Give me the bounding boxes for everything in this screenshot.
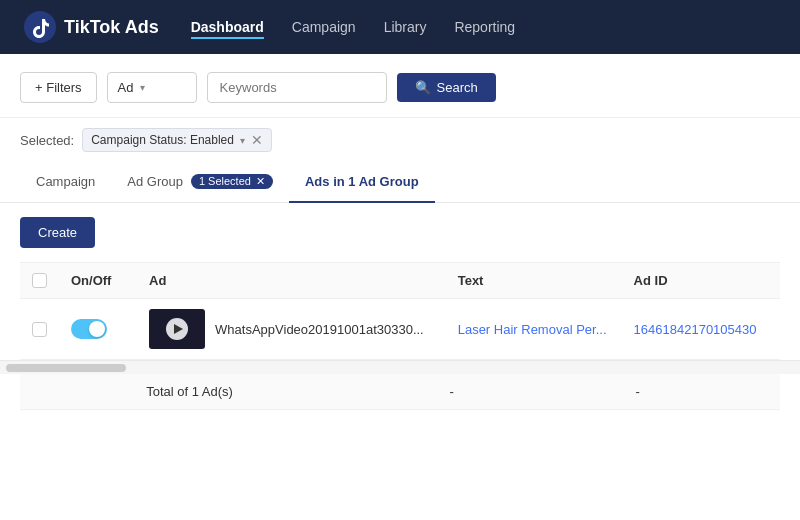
row-toggle-cell xyxy=(59,299,137,360)
header-adid: Ad ID xyxy=(622,263,780,299)
horizontal-scrollbar[interactable] xyxy=(0,360,800,374)
ads-table: On/Off Ad Text Ad ID xyxy=(20,262,780,360)
nav-reporting[interactable]: Reporting xyxy=(454,15,515,39)
tab-campaign-label: Campaign xyxy=(36,174,95,189)
dropdown-chevron-icon: ▾ xyxy=(140,82,145,93)
filter-dropdown[interactable]: Ad ▾ xyxy=(107,72,197,103)
total-table: Total of 1 Ad(s) - - xyxy=(20,374,780,410)
nav-library[interactable]: Library xyxy=(384,15,427,39)
row-checkbox[interactable] xyxy=(32,322,47,337)
tag-close-icon[interactable]: ✕ xyxy=(251,133,263,147)
table-area: Create On/Off Ad Text Ad ID xyxy=(0,203,800,360)
filter-bar: + Filters Ad ▾ 🔍 Search xyxy=(0,54,800,118)
tag-chevron-icon[interactable]: ▾ xyxy=(240,135,245,146)
table-row: WhatsAppVideo20191001at30330... Laser Ha… xyxy=(20,299,780,360)
nav-links: Dashboard Campaign Library Reporting xyxy=(191,15,515,39)
total-area: Total of 1 Ad(s) - - xyxy=(0,374,800,410)
search-button[interactable]: 🔍 Search xyxy=(397,73,496,102)
row-checkbox-cell xyxy=(20,299,59,360)
create-button[interactable]: Create xyxy=(20,217,95,248)
selected-filters-row: Selected: Campaign Status: Enabled ▾ ✕ xyxy=(0,118,800,162)
keywords-input[interactable] xyxy=(207,72,387,103)
tiktok-icon xyxy=(24,11,56,43)
tab-ads-label: Ads in 1 Ad Group xyxy=(305,174,419,189)
dropdown-selected: Ad xyxy=(118,80,134,95)
filter-tag: Campaign Status: Enabled ▾ ✕ xyxy=(82,128,272,152)
tab-adgroup-label: Ad Group xyxy=(127,174,183,189)
tab-adgroup[interactable]: Ad Group 1 Selected ✕ xyxy=(111,162,289,203)
search-icon: 🔍 xyxy=(415,80,431,95)
header-text: Text xyxy=(446,263,622,299)
total-text-dash: - xyxy=(438,374,624,410)
search-label: Search xyxy=(437,80,478,95)
nav-dashboard[interactable]: Dashboard xyxy=(191,15,264,39)
total-label: Total of 1 Ad(s) xyxy=(146,384,233,399)
total-onoff-spacer xyxy=(56,374,135,410)
selected-label: Selected: xyxy=(20,133,74,148)
ad-name: WhatsAppVideo20191001at30330... xyxy=(215,322,424,337)
nav-campaign[interactable]: Campaign xyxy=(292,15,356,39)
ad-id: 16461842170105430 xyxy=(634,322,757,337)
ad-thumbnail xyxy=(149,309,205,349)
brand-logo: TikTok Ads xyxy=(24,11,159,43)
header-onoff: On/Off xyxy=(59,263,137,299)
header-checkbox[interactable] xyxy=(32,273,47,288)
total-checkbox-spacer xyxy=(20,374,56,410)
ad-text: Laser Hair Removal Per... xyxy=(458,322,607,337)
tab-ads[interactable]: Ads in 1 Ad Group xyxy=(289,162,435,203)
tab-campaign[interactable]: Campaign xyxy=(20,162,111,203)
total-adid-dash: - xyxy=(623,374,780,410)
tabs-container: Campaign Ad Group 1 Selected ✕ Ads in 1 … xyxy=(0,162,800,203)
table-header-row: On/Off Ad Text Ad ID xyxy=(20,263,780,299)
play-button-icon xyxy=(166,318,188,340)
filters-button[interactable]: + Filters xyxy=(20,72,97,103)
total-label-cell: Total of 1 Ad(s) xyxy=(134,374,437,410)
play-triangle-icon xyxy=(174,324,183,334)
row-adid-cell: 16461842170105430 xyxy=(622,299,780,360)
tab-adgroup-badge: 1 Selected ✕ xyxy=(191,174,273,189)
brand-name: TikTok Ads xyxy=(64,17,159,38)
tab-adgroup-badge-close[interactable]: ✕ xyxy=(256,175,265,187)
ad-toggle[interactable] xyxy=(71,319,107,339)
main-content: + Filters Ad ▾ 🔍 Search Selected: Campai… xyxy=(0,54,800,520)
row-text-cell: Laser Hair Removal Per... xyxy=(446,299,622,360)
table-body: WhatsAppVideo20191001at30330... Laser Ha… xyxy=(20,299,780,360)
row-ad-cell: WhatsAppVideo20191001at30330... xyxy=(137,299,446,360)
ad-cell-content: WhatsAppVideo20191001at30330... xyxy=(149,309,434,349)
tag-text: Campaign Status: Enabled xyxy=(91,133,234,147)
header-ad: Ad xyxy=(137,263,446,299)
total-row: Total of 1 Ad(s) - - xyxy=(20,374,780,410)
header-checkbox-col xyxy=(20,263,59,299)
navbar: TikTok Ads Dashboard Campaign Library Re… xyxy=(0,0,800,54)
scroll-thumb[interactable] xyxy=(6,364,126,372)
